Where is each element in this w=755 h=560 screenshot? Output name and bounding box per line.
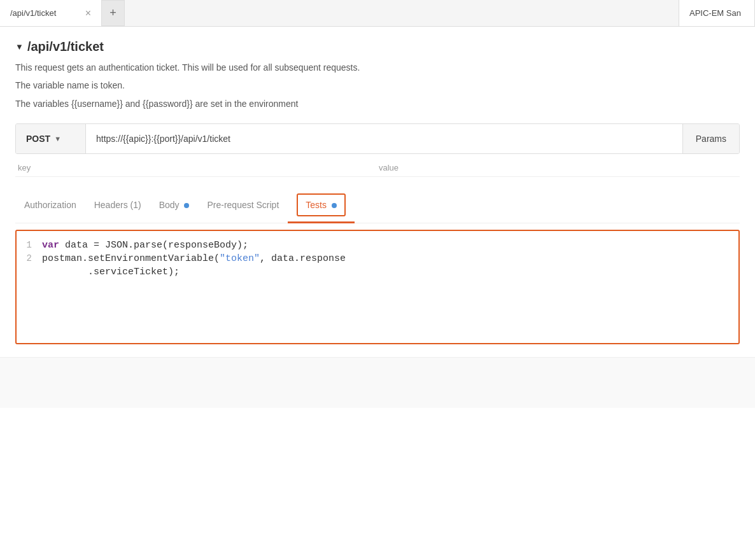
url-bar: POST ▼ Params — [15, 123, 740, 154]
request-title-row: ▼ /api/v1/ticket — [15, 39, 740, 54]
tests-active-box: Tests — [297, 193, 346, 216]
tab-add-button[interactable]: + — [102, 0, 125, 26]
code-content-3: .serviceTicket); — [42, 267, 180, 277]
code-line-1: 1 var data = JSON.parse(responseBody); — [17, 239, 738, 252]
tab-close-icon[interactable]: × — [85, 8, 91, 19]
request-tabs: Authorization Headers (1) Body Pre-reque… — [15, 187, 740, 223]
code-content-1: var data = JSON.parse(responseBody); — [42, 240, 248, 251]
description-line1: This request gets an authentication tick… — [15, 60, 740, 74]
tab-label: /api/v1/ticket — [10, 8, 56, 18]
tab-api-ticket[interactable]: /api/v1/ticket × — [0, 0, 102, 26]
collapse-arrow-icon[interactable]: ▼ — [15, 42, 24, 52]
method-chevron-icon: ▼ — [54, 135, 61, 143]
plus-icon: + — [109, 6, 116, 20]
line-number-2: 2 — [17, 253, 42, 263]
url-section: POST ▼ Params — [15, 123, 740, 154]
description-line3: The variables {{username}} and {{passwor… — [15, 97, 740, 111]
params-button[interactable]: Params — [682, 124, 739, 153]
code-line-2: 2 postman.setEnvironmentVariable("token"… — [17, 252, 738, 265]
request-title: /api/v1/ticket — [27, 39, 104, 54]
tab-body[interactable]: Body — [150, 193, 199, 216]
tab-tests[interactable]: Tests — [288, 187, 355, 223]
tab-bar: /api/v1/ticket × + APIC-EM San — [0, 0, 755, 27]
tab-authorization[interactable]: Authorization — [15, 193, 85, 216]
kv-key-placeholder: key — [15, 163, 379, 172]
key-value-row: key value — [15, 159, 740, 177]
method-label: POST — [26, 134, 50, 144]
apic-em-label: APIC-EM San — [679, 0, 755, 27]
code-editor[interactable]: 1 var data = JSON.parse(responseBody); 2… — [15, 230, 740, 344]
kv-value-placeholder: value — [379, 163, 740, 172]
url-input[interactable] — [86, 134, 682, 144]
code-line-3: .serviceTicket); — [17, 265, 738, 279]
line-number-1: 1 — [17, 240, 42, 250]
request-description: This request gets an authentication tick… — [15, 60, 740, 111]
method-selector[interactable]: POST ▼ — [16, 124, 86, 153]
description-line2: The variable name is token. — [15, 78, 740, 92]
tests-dot-indicator — [332, 203, 337, 208]
main-content: ▼ /api/v1/ticket This request gets an au… — [0, 27, 755, 357]
tab-pre-request-script[interactable]: Pre-request Script — [198, 193, 288, 216]
code-content-2: postman.setEnvironmentVariable("token", … — [42, 253, 346, 264]
tab-headers[interactable]: Headers (1) — [85, 193, 150, 216]
body-dot-indicator — [184, 203, 189, 208]
bottom-area — [0, 357, 755, 408]
